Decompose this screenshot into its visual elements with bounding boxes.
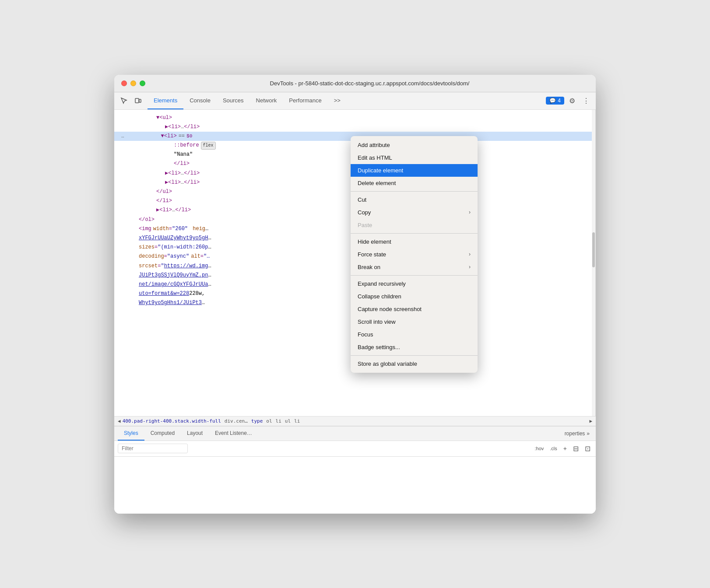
tab-performance[interactable]: Performance — [283, 92, 327, 109]
chevron-right-icon: › — [469, 251, 471, 257]
ctx-scroll[interactable]: Scroll into view — [351, 315, 478, 328]
tab-event-listeners[interactable]: Event Listene… — [209, 427, 258, 441]
tab-layout[interactable]: Layout — [181, 427, 209, 441]
ctx-break-on[interactable]: Break on › — [351, 261, 478, 273]
dom-line[interactable]: ▶<li>…</li> — [114, 122, 595, 132]
ctx-copy[interactable]: Copy › — [351, 206, 478, 219]
breadcrumb-item[interactable]: li — [276, 418, 281, 424]
new-style-rule-btn[interactable]: ⊟ — [571, 444, 580, 454]
device-toolbar-icon[interactable] — [132, 94, 144, 107]
dom-panel: ▼<ul> ▶<li>…</li> … ▼<li> == $0 — [114, 110, 596, 416]
ctx-edit-html[interactable]: Edit as HTML — [351, 151, 478, 164]
cls-filter-btn[interactable]: .cls — [548, 445, 559, 452]
dom-line[interactable]: ▼<ul> — [114, 113, 595, 122]
chevron-right-icon: › — [469, 209, 471, 215]
bottom-panel: Styles Computed Layout Event Listene… ro… — [114, 426, 596, 514]
settings-icon[interactable]: ⚙ — [566, 94, 578, 107]
minimize-button[interactable] — [130, 80, 136, 86]
window-title: DevTools - pr-5840-static-dot-dcc-stagin… — [151, 80, 589, 87]
svg-rect-1 — [139, 99, 141, 102]
tab-sources[interactable]: Sources — [217, 92, 250, 109]
titlebar: DevTools - pr-5840-static-dot-dcc-stagin… — [114, 75, 596, 92]
breadcrumb-item[interactable]: div.cen… — [225, 418, 248, 424]
breadcrumb-item[interactable]: 400.pad-right-400.stack.width-full — [123, 418, 221, 424]
tab-elements[interactable]: Elements — [148, 92, 183, 109]
context-menu: Add attribute Edit as HTML Duplicate ele… — [351, 136, 478, 373]
ctx-separator — [351, 191, 478, 192]
filter-input[interactable] — [118, 444, 188, 453]
ctx-add-attribute[interactable]: Add attribute — [351, 139, 478, 151]
ctx-separator — [351, 233, 478, 234]
tab-network[interactable]: Network — [250, 92, 283, 109]
filter-bar: :hov .cls + ⊟ ⊡ — [114, 441, 596, 457]
toggle-css-btn[interactable]: ⊡ — [583, 444, 592, 454]
ctx-collapse[interactable]: Collapse children — [351, 290, 478, 303]
svg-rect-0 — [135, 98, 139, 103]
chevron-right-icon: › — [469, 264, 471, 270]
breadcrumb-item[interactable]: ul — [285, 418, 291, 424]
breadcrumb-item[interactable]: ol — [266, 418, 272, 424]
maximize-button[interactable] — [140, 80, 145, 86]
ctx-separator — [351, 355, 478, 356]
breadcrumb-back[interactable]: ◀ — [118, 418, 121, 424]
add-style-btn[interactable]: + — [562, 444, 569, 453]
devtools-main: ▼<ul> ▶<li>…</li> … ▼<li> == $0 — [114, 110, 596, 416]
breadcrumb-item[interactable]: type — [251, 418, 263, 424]
breadcrumb-bar: ◀ 400.pad-right-400.stack.width-full div… — [114, 416, 596, 426]
breadcrumb-forward[interactable]: ▶ — [589, 418, 592, 424]
ctx-paste: Paste — [351, 219, 478, 231]
scrollbar[interactable] — [592, 110, 595, 416]
ctx-delete[interactable]: Delete element — [351, 177, 478, 189]
ctx-force-state[interactable]: Force state › — [351, 248, 478, 261]
ctx-duplicate[interactable]: Duplicate element — [351, 164, 478, 177]
ctx-cut[interactable]: Cut — [351, 193, 478, 206]
tab-computed[interactable]: Computed — [144, 427, 181, 441]
chat-badge[interactable]: 💬 4 — [546, 97, 564, 105]
ctx-expand[interactable]: Expand recursively — [351, 277, 478, 290]
toolbar-icons — [118, 94, 144, 107]
ctx-separator — [351, 275, 478, 276]
tab-more-properties[interactable]: roperties » — [562, 427, 592, 441]
devtools-toolbar: Elements Console Sources Network Perform… — [114, 92, 596, 110]
bottom-tabs: Styles Computed Layout Event Listene… ro… — [114, 427, 596, 441]
filter-actions: :hov .cls + ⊟ ⊡ — [533, 444, 592, 454]
tab-more[interactable]: >> — [328, 92, 347, 109]
ctx-screenshot[interactable]: Capture node screenshot — [351, 303, 478, 315]
hover-filter-btn[interactable]: :hov — [533, 445, 546, 452]
ctx-global-var[interactable]: Store as global variable — [351, 357, 478, 370]
close-button[interactable] — [121, 80, 127, 86]
more-options-icon[interactable]: ⋮ — [580, 94, 592, 107]
tab-styles[interactable]: Styles — [118, 427, 144, 441]
devtools-window: DevTools - pr-5840-static-dot-dcc-stagin… — [114, 75, 596, 514]
ctx-badge[interactable]: Badge settings... — [351, 341, 478, 354]
scrollbar-thumb[interactable] — [592, 232, 595, 267]
breadcrumb-item[interactable]: li — [294, 418, 300, 424]
toolbar-right: 💬 4 ⚙ ⋮ — [546, 94, 592, 107]
toolbar-tabs: Elements Console Sources Network Perform… — [148, 92, 546, 109]
traffic-lights — [121, 80, 145, 86]
tab-console[interactable]: Console — [183, 92, 217, 109]
main-layout: ▼<ul> ▶<li>…</li> … ▼<li> == $0 — [114, 110, 596, 514]
ctx-hide[interactable]: Hide element — [351, 235, 478, 248]
select-element-icon[interactable] — [118, 94, 130, 107]
chevron-right-icon: » — [587, 430, 590, 437]
ctx-focus[interactable]: Focus — [351, 328, 478, 341]
